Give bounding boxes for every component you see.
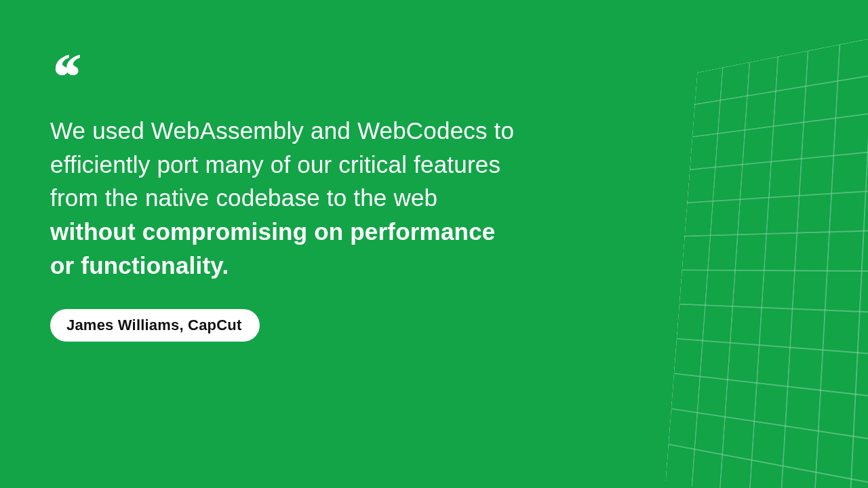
quote-text-normal: We used WebAssembly and WebCodecs to eff… <box>50 117 514 211</box>
open-quote-icon: ‘‘ <box>50 57 525 98</box>
svg-line-5 <box>684 230 868 236</box>
svg-line-0 <box>697 30 868 72</box>
svg-line-8 <box>677 339 868 356</box>
svg-line-15 <box>749 56 778 488</box>
svg-line-1 <box>694 70 868 104</box>
svg-line-10 <box>671 409 868 442</box>
svg-line-17 <box>814 44 840 488</box>
decorative-grid <box>667 37 868 488</box>
attribution-text: James Williams, CapCut <box>66 317 242 333</box>
svg-line-7 <box>679 304 868 313</box>
quote-text: We used WebAssembly and WebCodecs to eff… <box>50 114 525 282</box>
quote-block: ‘‘ We used WebAssembly and WebCodecs to … <box>50 57 525 342</box>
svg-line-16 <box>781 51 808 488</box>
svg-line-2 <box>692 109 868 137</box>
svg-line-4 <box>687 189 868 203</box>
svg-line-11 <box>669 444 868 486</box>
svg-line-12 <box>665 73 697 481</box>
svg-line-14 <box>719 62 749 488</box>
svg-line-9 <box>674 373 868 399</box>
svg-line-18 <box>849 38 868 488</box>
svg-line-3 <box>690 148 868 169</box>
svg-line-6 <box>682 270 868 271</box>
svg-line-13 <box>692 67 723 486</box>
attribution-pill: James Williams, CapCut <box>50 309 260 342</box>
quote-text-emphasis: without compromising on performance or f… <box>50 218 495 279</box>
